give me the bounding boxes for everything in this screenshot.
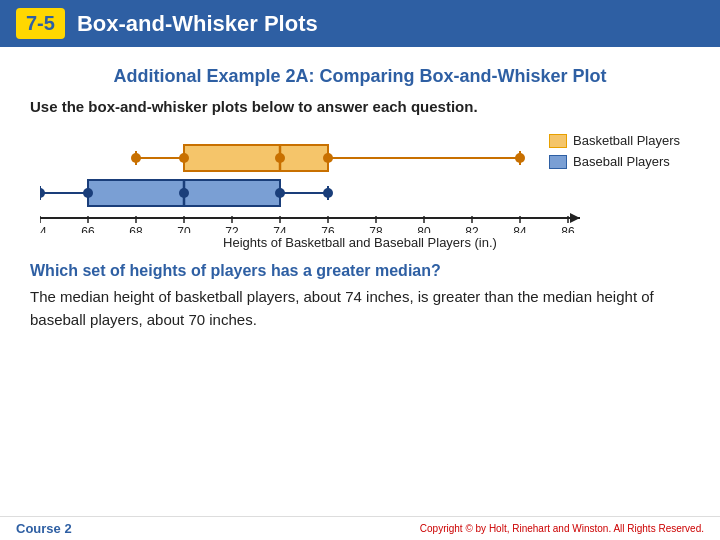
svg-text:78: 78 bbox=[369, 225, 383, 233]
answer-text: The median height of basketball players,… bbox=[30, 286, 690, 331]
footer: Course 2 Copyright © by Holt, Rinehart a… bbox=[0, 516, 720, 540]
section-badge: 7-5 bbox=[16, 8, 65, 39]
svg-point-18 bbox=[40, 188, 45, 198]
svg-text:86: 86 bbox=[561, 225, 575, 233]
svg-point-9 bbox=[275, 153, 285, 163]
svg-point-8 bbox=[179, 153, 189, 163]
legend-basketball: Basketball Players bbox=[549, 133, 680, 148]
svg-text:82: 82 bbox=[465, 225, 479, 233]
svg-point-19 bbox=[83, 188, 93, 198]
chart-legend: Basketball Players Baseball Players bbox=[549, 133, 680, 169]
legend-baseball: Baseball Players bbox=[549, 154, 680, 169]
header: 7-5 Box-and-Whisker Plots bbox=[0, 0, 720, 47]
svg-text:84: 84 bbox=[513, 225, 527, 233]
baseball-legend-box bbox=[549, 155, 567, 169]
basketball-legend-box bbox=[549, 134, 567, 148]
svg-text:70: 70 bbox=[177, 225, 191, 233]
svg-point-22 bbox=[323, 188, 333, 198]
copyright-text: Copyright © by Holt, Rinehart and Winsto… bbox=[420, 523, 704, 534]
svg-point-11 bbox=[515, 153, 525, 163]
svg-rect-3 bbox=[184, 145, 328, 171]
course-label: Course 2 bbox=[16, 521, 72, 536]
basketball-legend-label: Basketball Players bbox=[573, 133, 680, 148]
instruction-text: Use the box-and-whisker plots below to a… bbox=[30, 98, 690, 115]
svg-text:68: 68 bbox=[129, 225, 143, 233]
main-content: Additional Example 2A: Comparing Box-and… bbox=[0, 47, 720, 341]
svg-text:66: 66 bbox=[81, 225, 95, 233]
svg-text:76: 76 bbox=[321, 225, 335, 233]
baseball-legend-label: Baseball Players bbox=[573, 154, 670, 169]
svg-point-20 bbox=[179, 188, 189, 198]
svg-text:64: 64 bbox=[40, 225, 47, 233]
svg-point-7 bbox=[131, 153, 141, 163]
axis-label: Heights of Basketball and Baseball Playe… bbox=[40, 235, 680, 250]
chart-container: Basketball Players Baseball Players bbox=[40, 133, 680, 250]
svg-text:72: 72 bbox=[225, 225, 239, 233]
svg-point-10 bbox=[323, 153, 333, 163]
svg-text:80: 80 bbox=[417, 225, 431, 233]
question-text: Which set of heights of players has a gr… bbox=[30, 262, 690, 280]
svg-point-21 bbox=[275, 188, 285, 198]
header-title: Box-and-Whisker Plots bbox=[77, 11, 318, 37]
box-whisker-svg: 64 66 68 70 72 74 76 78 80 82 84 86 bbox=[40, 133, 580, 233]
svg-marker-47 bbox=[570, 213, 580, 223]
example-title: Additional Example 2A: Comparing Box-and… bbox=[30, 65, 690, 88]
svg-text:74: 74 bbox=[273, 225, 287, 233]
